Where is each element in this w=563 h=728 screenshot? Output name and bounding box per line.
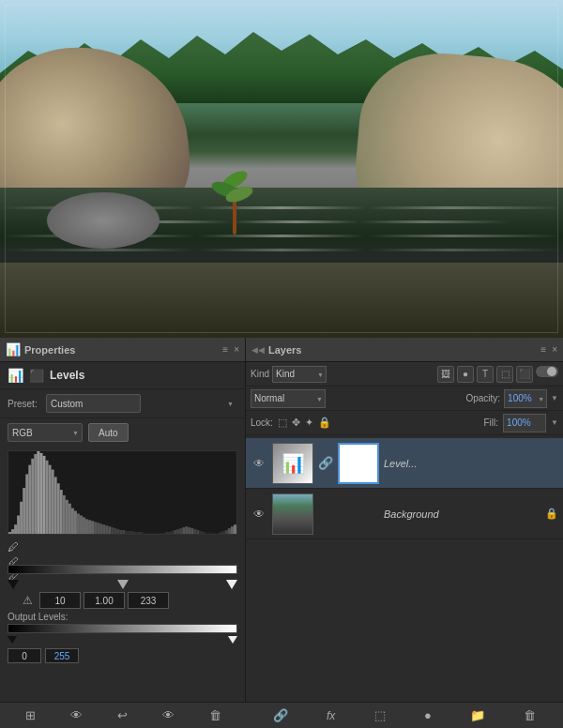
white-point-input[interactable]: 233 [128, 592, 169, 609]
svg-rect-52 [157, 533, 160, 534]
output-values-row: 0 255 [8, 648, 237, 663]
blend-select-wrapper: Normal Dissolve Multiply Screen Overlay [251, 389, 326, 408]
kind-label: Kind [251, 369, 269, 379]
layer-name-levels[interactable]: Level... [384, 458, 558, 469]
svg-rect-76 [225, 530, 228, 534]
svg-rect-74 [220, 532, 222, 534]
svg-rect-39 [119, 530, 122, 534]
layer-row-levels[interactable]: 👁 📊 🔗 Level... [246, 438, 563, 489]
input-gradient-bar [8, 565, 237, 574]
white-point-slider[interactable] [226, 580, 237, 589]
preset-select-wrapper: Custom Default Darker Increase Contrast … [46, 394, 237, 413]
lock-all-icon[interactable]: 🔒 [318, 417, 331, 429]
output-black-slider[interactable] [8, 636, 17, 644]
filter-adjustment-icon[interactable]: ● [457, 366, 474, 383]
output-white-input[interactable]: 255 [45, 648, 79, 663]
svg-rect-31 [97, 523, 99, 534]
layer-chain-icon-levels[interactable]: 🔗 [318, 456, 333, 470]
layer-row-background[interactable]: 👁 🔗 Background 🔒 [246, 489, 563, 539]
level-values-row: ⚠ 10 1.00 233 [23, 592, 237, 609]
svg-rect-73 [217, 533, 220, 534]
svg-rect-32 [99, 523, 102, 534]
svg-rect-4 [20, 502, 23, 534]
svg-rect-64 [190, 528, 193, 534]
properties-undo-icon[interactable]: ↩ [117, 708, 128, 722]
layer-visibility-icon-levels[interactable]: 👁 [251, 457, 267, 470]
svg-rect-38 [116, 529, 119, 534]
black-point-slider[interactable] [8, 580, 19, 589]
output-sliders-row [8, 636, 237, 645]
layers-adjustment-icon[interactable]: ● [424, 708, 432, 722]
layers-collapse-icon[interactable]: ◀◀ [251, 345, 265, 355]
layers-link-icon[interactable]: 🔗 [273, 708, 288, 722]
properties-view-icon[interactable]: 👁 [162, 708, 175, 722]
output-black-input[interactable]: 0 [8, 648, 41, 663]
layers-title-label: Layers [268, 344, 301, 356]
svg-rect-67 [200, 531, 203, 534]
output-white-slider[interactable] [228, 636, 237, 644]
filter-type-icon[interactable]: T [477, 366, 494, 383]
blend-mode-select[interactable]: Normal Dissolve Multiply Screen Overlay [251, 389, 326, 408]
svg-rect-21 [68, 504, 71, 534]
svg-rect-48 [145, 533, 148, 534]
layers-folder-icon[interactable]: 📁 [470, 708, 485, 722]
layers-menu-icon[interactable]: ≡ [540, 344, 546, 355]
kind-filter-icons: 🖼 ● T ⬚ ⬛ [437, 366, 558, 383]
output-gradient-bar [8, 624, 237, 633]
layers-list: 👁 📊 🔗 Level... 👁 🔗 Background [246, 435, 563, 542]
filter-toggle[interactable] [536, 366, 558, 377]
svg-rect-12 [42, 456, 45, 534]
opacity-input[interactable] [504, 389, 547, 408]
svg-rect-28 [88, 520, 91, 534]
svg-rect-25 [80, 515, 83, 534]
svg-rect-14 [49, 465, 52, 534]
bg-thumb-content [273, 494, 312, 534]
svg-rect-46 [140, 532, 143, 534]
lock-label: Lock: [251, 417, 273, 428]
layer-name-background[interactable]: Background [384, 508, 540, 520]
properties-close-icon[interactable]: × [234, 344, 239, 355]
layer-visibility-icon-background[interactable]: 👁 [251, 508, 267, 521]
properties-menu-icon[interactable]: ≡ [222, 344, 228, 355]
black-eyedropper-icon[interactable]: 🖊 [8, 540, 19, 554]
svg-rect-70 [208, 532, 211, 534]
svg-rect-0 [8, 532, 11, 534]
properties-add-layer-icon[interactable]: ⊞ [25, 708, 36, 722]
black-point-input[interactable]: 10 [39, 592, 81, 609]
svg-rect-58 [174, 530, 176, 534]
midpoint-input[interactable]: 1.00 [84, 592, 125, 609]
filter-shape-icon[interactable]: ⬚ [496, 366, 513, 383]
lock-position-icon[interactable]: ✦ [305, 417, 313, 429]
layers-mask-icon[interactable]: ⬚ [374, 708, 386, 722]
fill-input[interactable] [503, 414, 546, 432]
svg-rect-65 [193, 529, 196, 534]
svg-rect-78 [231, 526, 234, 534]
filter-smart-icon[interactable]: ⬛ [516, 366, 533, 383]
preset-select[interactable]: Custom Default Darker Increase Contrast … [46, 394, 141, 413]
filter-pixel-icon[interactable]: 🖼 [437, 366, 454, 383]
opacity-dropdown-icon[interactable]: ▼ [551, 394, 558, 402]
lock-row: Lock: ⬚ ✥ ✦ 🔒 Fill: ▼ [246, 411, 563, 435]
fill-dropdown-icon[interactable]: ▼ [551, 418, 558, 427]
layers-fx-icon[interactable]: fx [327, 709, 335, 722]
layers-close-icon[interactable]: × [552, 344, 557, 355]
lock-image-icon[interactable]: ✥ [292, 417, 300, 429]
midpoint-slider[interactable] [117, 580, 129, 589]
svg-rect-47 [143, 532, 145, 534]
properties-panel: 📊 Properties ≡ × 📊 ⬛ Levels Preset: Cust… [0, 338, 246, 728]
svg-rect-36 [111, 527, 114, 534]
svg-rect-2 [14, 524, 17, 534]
channel-select[interactable]: RGB Red Green Blue [8, 423, 83, 442]
layers-delete-icon[interactable]: 🗑 [524, 708, 536, 722]
properties-visibility-icon[interactable]: 👁 [70, 708, 83, 722]
kind-select[interactable]: Kind Name Effect Mode Attribute Color [272, 366, 327, 383]
properties-delete-icon[interactable]: 🗑 [209, 708, 221, 722]
auto-button[interactable]: Auto [88, 423, 129, 442]
svg-rect-50 [151, 533, 154, 534]
svg-rect-1 [11, 529, 14, 534]
svg-rect-79 [234, 524, 236, 534]
svg-rect-55 [165, 532, 168, 534]
layer-mask-levels [338, 443, 379, 484]
lock-transparency-icon[interactable]: ⬚ [278, 417, 287, 429]
levels-title-label: Levels [50, 369, 84, 382]
